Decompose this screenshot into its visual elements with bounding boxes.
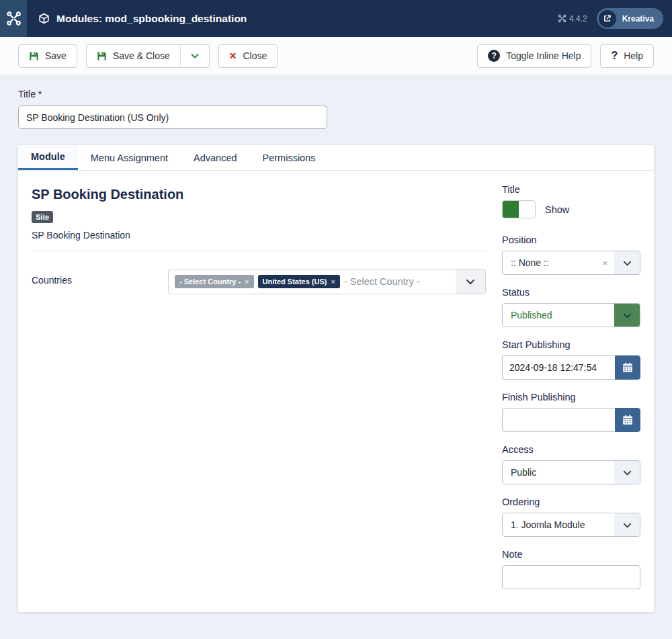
ordering-select[interactable]: 1. Joomla Module <box>502 513 640 537</box>
ordering-value: 1. Joomla Module <box>503 513 614 536</box>
countries-label: Countries <box>32 269 168 286</box>
joomla-version: 4.4.2 <box>558 14 587 24</box>
chevron-down-icon <box>190 51 200 60</box>
save-options-dropdown-button[interactable] <box>180 44 210 68</box>
position-field: Position :: None :: × <box>502 235 640 275</box>
finish-publishing-input[interactable] <box>502 408 615 432</box>
toggle-inline-help-button[interactable]: ? Toggle Inline Help <box>477 44 591 68</box>
countries-field-row: Countries - Select Country - × United St… <box>32 269 486 294</box>
toolbar-left: Save Save & Close ✕ Close <box>18 44 278 68</box>
page-body: Title * Module Menu Assignment Advanced … <box>0 75 672 612</box>
chevron-down-icon <box>622 258 632 268</box>
title-input[interactable] <box>18 105 327 129</box>
save-button[interactable]: Save <box>18 44 77 68</box>
access-field: Access Public <box>502 444 640 484</box>
access-dropdown-toggle[interactable] <box>614 461 640 484</box>
show-title-field: Show <box>502 200 640 218</box>
start-publishing-field: Start Publishing <box>502 339 640 380</box>
toolbar: Save Save & Close ✕ Close <box>0 37 672 75</box>
save-close-label: Save & Close <box>113 50 170 61</box>
page-title-text: Modules: mod_spbooking_destination <box>56 13 247 25</box>
remove-tag-icon[interactable]: × <box>245 278 249 286</box>
toggle-inline-help-label: Toggle Inline Help <box>506 50 581 61</box>
status-dropdown-toggle[interactable] <box>614 304 640 327</box>
country-tag-label: - Select Country - <box>179 278 241 286</box>
chevron-down-icon <box>465 276 476 287</box>
save-label: Save <box>45 50 67 61</box>
start-publishing-calendar-button[interactable] <box>615 355 640 380</box>
position-value: :: None :: <box>503 251 602 274</box>
countries-multiselect[interactable]: - Select Country - × United States (US) … <box>168 269 486 294</box>
status-value: Published <box>503 304 614 327</box>
calendar-icon <box>622 415 633 425</box>
account-menu-button[interactable]: Kreativa <box>597 8 663 29</box>
card-body: SP Booking Destination Site SP Booking D… <box>18 171 654 601</box>
status-select[interactable]: Published <box>502 303 640 327</box>
note-input[interactable] <box>502 565 640 589</box>
access-select[interactable]: Public <box>502 460 640 484</box>
position-dropdown-toggle[interactable] <box>614 251 640 274</box>
question-circle-icon: ? <box>488 50 500 62</box>
ordering-dropdown-toggle[interactable] <box>614 513 640 536</box>
status-label: Status <box>502 287 640 298</box>
toggle-on-half <box>503 201 519 218</box>
calendar-icon <box>622 362 633 373</box>
finish-publishing-calendar-button[interactable] <box>615 408 640 432</box>
module-main-column: SP Booking Destination Site SP Booking D… <box>32 184 502 601</box>
joomla-logo[interactable] <box>0 0 27 37</box>
module-settings-sidebar: Title Show Position :: None :: × <box>502 184 640 601</box>
app-header: Modules: mod_spbooking_destination 4.4.2… <box>0 0 672 37</box>
module-edit-card: Module Menu Assignment Advanced Permissi… <box>18 145 654 612</box>
chevron-down-icon <box>622 520 632 530</box>
site-badge: Site <box>32 211 53 223</box>
tab-permissions[interactable]: Permissions <box>250 145 329 170</box>
start-publishing-label: Start Publishing <box>502 339 640 350</box>
help-label: Help <box>624 50 643 61</box>
page-title: Modules: mod_spbooking_destination <box>38 13 247 25</box>
close-label: Close <box>243 50 267 61</box>
help-button[interactable]: ? Help <box>600 44 654 68</box>
chevron-down-icon <box>622 310 632 321</box>
countries-selected-tags: - Select Country - × United States (US) … <box>169 269 456 294</box>
question-icon: ? <box>611 50 618 62</box>
position-combobox[interactable]: :: None :: × <box>502 251 640 275</box>
clear-position-icon[interactable]: × <box>602 251 614 274</box>
ordering-label: Ordering <box>502 497 640 507</box>
show-title-label: Title <box>502 184 640 195</box>
position-label: Position <box>502 235 640 245</box>
toolbar-right: ? Toggle Inline Help ? Help <box>477 44 654 68</box>
tab-bar: Module Menu Assignment Advanced Permissi… <box>18 145 654 171</box>
account-label: Kreativa <box>622 14 654 24</box>
start-publishing-input[interactable] <box>502 355 615 380</box>
save-close-button-group: Save & Close <box>86 44 210 68</box>
divider <box>32 251 486 251</box>
finish-publishing-field: Finish Publishing <box>502 392 640 432</box>
show-title-toggle[interactable] <box>502 200 536 218</box>
tab-menu-assignment[interactable]: Menu Assignment <box>78 145 181 170</box>
status-field: Status Published <box>502 287 640 327</box>
tab-module[interactable]: Module <box>18 145 78 170</box>
country-tag: - Select Country - × <box>175 275 254 288</box>
module-heading: SP Booking Destination <box>32 187 486 202</box>
access-value: Public <box>503 461 614 484</box>
header-right: 4.4.2 Kreativa <box>558 8 663 29</box>
country-tag-label: United States (US) <box>263 278 327 286</box>
module-description: SP Booking Destination <box>32 230 486 241</box>
countries-dropdown-toggle[interactable] <box>456 269 485 294</box>
joomla-version-icon <box>558 14 566 23</box>
close-x-icon: ✕ <box>229 50 237 61</box>
ordering-field: Ordering 1. Joomla Module <box>502 497 640 537</box>
external-link-icon <box>599 10 616 28</box>
tab-advanced[interactable]: Advanced <box>181 145 250 170</box>
close-button[interactable]: ✕ Close <box>218 44 278 68</box>
version-text: 4.4.2 <box>569 14 587 24</box>
access-label: Access <box>502 444 640 455</box>
save-close-button[interactable]: Save & Close <box>86 44 180 68</box>
save-icon <box>29 51 39 61</box>
remove-tag-icon[interactable]: × <box>331 278 335 286</box>
countries-placeholder: - Select Country - <box>344 276 420 287</box>
country-tag: United States (US) × <box>258 275 340 288</box>
module-cube-icon <box>38 13 50 24</box>
finish-publishing-label: Finish Publishing <box>502 392 640 402</box>
show-title-state: Show <box>545 204 569 215</box>
